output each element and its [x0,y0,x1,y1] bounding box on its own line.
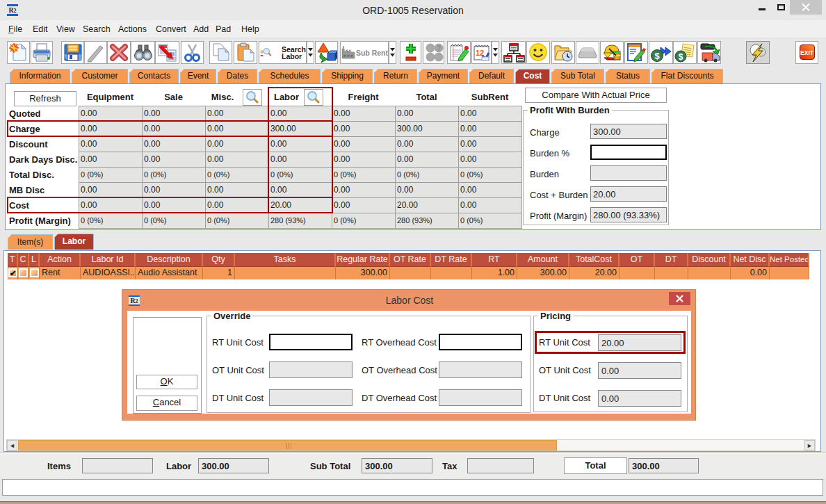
svg-text:$: $ [654,51,660,61]
svg-text:$: $ [679,52,683,62]
svg-text:?: ? [437,44,441,52]
